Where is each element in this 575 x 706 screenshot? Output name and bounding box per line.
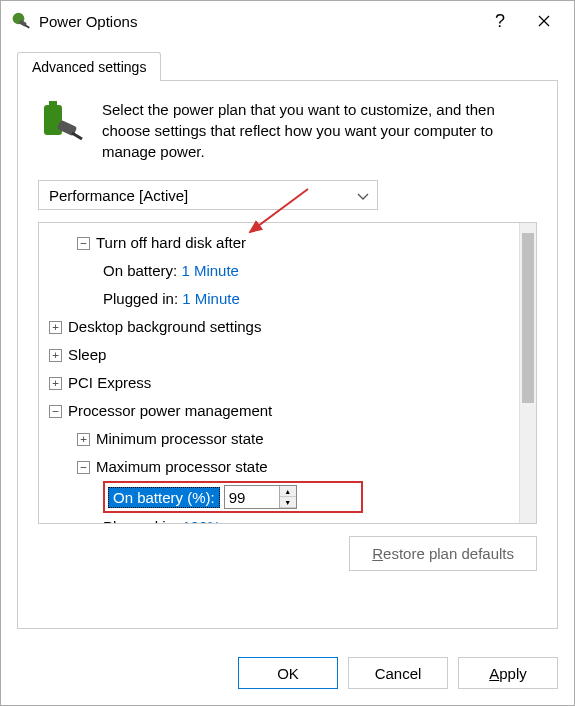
tab-panel: Select the power plan that you want to c… [17, 81, 558, 629]
tree-leaf-max-proc-battery[interactable]: On battery (%): ▲ ▼ [103, 481, 363, 513]
window-title: Power Options [39, 13, 478, 30]
expand-icon[interactable]: + [49, 377, 62, 390]
scrollbar-thumb[interactable] [522, 233, 534, 403]
settings-tree: − Turn off hard disk after On battery: 1… [38, 222, 537, 524]
tree-leaf-hd-plugged[interactable]: Plugged in: 1 Minute [43, 285, 515, 313]
battery-plug-icon [38, 99, 86, 147]
help-button[interactable]: ? [478, 5, 522, 37]
tree-node-pci-express[interactable]: + PCI Express [43, 369, 515, 397]
collapse-icon[interactable]: − [77, 237, 90, 250]
tab-advanced-settings[interactable]: Advanced settings [17, 52, 161, 81]
svg-rect-6 [49, 101, 57, 106]
plan-selected-label: Performance [Active] [49, 187, 357, 204]
close-button[interactable] [522, 5, 566, 37]
tree-node-sleep[interactable]: + Sleep [43, 341, 515, 369]
tree-node-processor[interactable]: − Processor power management [43, 397, 515, 425]
tree-node-max-proc-state[interactable]: − Maximum processor state [43, 453, 515, 481]
spin-up-button[interactable]: ▲ [280, 486, 296, 497]
expand-icon[interactable]: + [49, 349, 62, 362]
percent-spinner[interactable]: ▲ ▼ [224, 485, 297, 509]
power-plan-dropdown[interactable]: Performance [Active] [38, 180, 378, 210]
tree-node-desktop-bg[interactable]: + Desktop background settings [43, 313, 515, 341]
power-plug-icon [11, 11, 31, 31]
intro-text: Select the power plan that you want to c… [102, 99, 537, 162]
restore-defaults-button[interactable]: Restore plan defaults [349, 536, 537, 571]
ok-button[interactable]: OK [238, 657, 338, 689]
tree-scrollbar[interactable] [519, 223, 536, 523]
tree-leaf-max-proc-plugged[interactable]: Plugged in: 100% [43, 513, 515, 523]
content-area: Advanced settings Select the power plan … [1, 41, 574, 645]
apply-button[interactable]: Apply [458, 657, 558, 689]
collapse-icon[interactable]: − [49, 405, 62, 418]
chevron-down-icon [357, 187, 369, 204]
restore-row: Restore plan defaults [38, 536, 537, 571]
hd-plugged-value[interactable]: 1 Minute [182, 287, 240, 311]
expand-icon[interactable]: + [49, 321, 62, 334]
tree-content: − Turn off hard disk after On battery: 1… [39, 223, 519, 523]
expand-icon[interactable]: + [77, 433, 90, 446]
hd-on-battery-value[interactable]: 1 Minute [181, 259, 239, 283]
percent-input[interactable] [225, 489, 279, 506]
spin-down-button[interactable]: ▼ [280, 497, 296, 508]
tree-node-hard-disk[interactable]: − Turn off hard disk after [43, 229, 515, 257]
collapse-icon[interactable]: − [77, 461, 90, 474]
on-battery-percent-label: On battery (%): [108, 487, 220, 508]
svg-line-8 [72, 133, 82, 139]
max-proc-plugged-value[interactable]: 100% [182, 515, 220, 523]
titlebar: Power Options ? [1, 1, 574, 41]
dialog-buttons: OK Cancel Apply [1, 645, 574, 705]
power-options-dialog: Power Options ? Advanced settings Select… [0, 0, 575, 706]
tree-node-min-proc-state[interactable]: + Minimum processor state [43, 425, 515, 453]
svg-line-2 [25, 25, 29, 27]
intro-row: Select the power plan that you want to c… [38, 99, 537, 162]
svg-rect-5 [44, 105, 62, 135]
spinner-buttons: ▲ ▼ [279, 486, 296, 508]
cancel-button[interactable]: Cancel [348, 657, 448, 689]
tree-leaf-hd-battery[interactable]: On battery: 1 Minute [43, 257, 515, 285]
tabs-row: Advanced settings [17, 51, 558, 81]
